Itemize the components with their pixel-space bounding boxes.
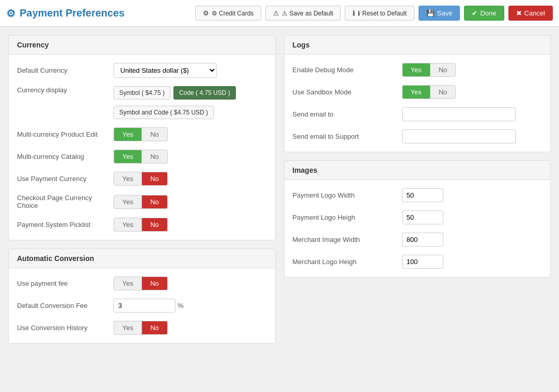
use-sandbox-label: Use Sandbox Mode [293, 88, 396, 96]
currency-display-options: Symbol ( $4.75 ) Code ( 4.75 USD ) Symbo… [114, 86, 267, 119]
logs-panel: Logs Enable Debug Mode Yes No Use Sandbo… [284, 35, 551, 152]
logs-panel-body: Enable Debug Mode Yes No Use Sandbox Mod… [284, 55, 551, 152]
currency-panel: Currency Default Currency United States … [8, 35, 276, 240]
enable-debug-row: Enable Debug Mode Yes No [293, 63, 542, 77]
send-email-support-input[interactable] [402, 129, 516, 143]
payment-logo-width-label: Payment Logo Width [293, 191, 396, 199]
payment-logo-width-input[interactable] [402, 188, 443, 202]
check-icon: ✔ [472, 9, 477, 17]
use-payment-currency-yes[interactable]: Yes [114, 172, 142, 185]
currency-symbol-code-button[interactable]: Symbol and Code ( $4.75 USD ) [114, 106, 214, 119]
merchant-logo-height-label: Merchant Logo Heigh [293, 258, 396, 266]
right-column: Logs Enable Debug Mode Yes No Use Sandbo… [284, 35, 551, 277]
multi-currency-catalog-toggle: Yes No [114, 150, 168, 164]
payment-logo-height-row: Payment Logo Heigh [293, 210, 542, 224]
cancel-button[interactable]: ✖ Cancel [508, 6, 553, 21]
images-panel-body: Payment Logo Width Payment Logo Heigh Me… [284, 180, 551, 277]
use-conversion-history-label: Use Conversion History [17, 324, 107, 332]
info-icon: ℹ [353, 9, 355, 17]
multi-currency-product-label: Multi-currency Product Edit [17, 130, 107, 138]
payment-system-yes[interactable]: Yes [114, 218, 142, 231]
payment-logo-height-label: Payment Logo Heigh [293, 214, 396, 221]
done-button[interactable]: ✔ Done [464, 6, 504, 21]
currency-select[interactable]: United States dollar ($) [114, 63, 217, 78]
multi-currency-product-toggle: Yes No [114, 127, 168, 141]
logs-panel-header: Logs [284, 36, 551, 55]
merchant-image-width-input[interactable] [402, 233, 443, 247]
use-payment-currency-row: Use Payment Currency Yes No [17, 172, 267, 186]
payment-system-label: Payment System Picklist [17, 221, 107, 228]
multi-currency-catalog-label: Multi-currency Catalog [17, 153, 107, 160]
use-payment-fee-label: Use payment fee [17, 280, 107, 287]
enable-debug-no[interactable]: No [430, 63, 456, 76]
default-conversion-fee-row: Default Conversion Fee % [17, 299, 267, 313]
send-email-support-label: Send email to Support [293, 133, 396, 140]
default-currency-label: Default Currency [17, 67, 107, 74]
currency-panel-body: Default Currency United States dollar ($… [9, 55, 275, 240]
multi-currency-catalog-row: Multi-currency Catalog Yes No [17, 150, 267, 164]
use-payment-currency-no[interactable]: No [142, 172, 167, 185]
use-sandbox-no[interactable]: No [430, 86, 456, 99]
payment-system-no[interactable]: No [142, 218, 167, 231]
currency-code-button[interactable]: Code ( 4.75 USD ) [173, 86, 236, 100]
multi-currency-product-yes[interactable]: Yes [114, 128, 142, 141]
multi-currency-product-row: Multi-currency Product Edit Yes No [17, 127, 267, 141]
merchant-logo-height-row: Merchant Logo Heigh [293, 255, 542, 269]
percent-label: % [178, 302, 184, 309]
warning-icon: ⚠ [273, 9, 279, 17]
multi-currency-product-no[interactable]: No [142, 128, 167, 141]
checkout-page-row: Checkout Page Currency Choice Yes No [17, 194, 267, 209]
use-sandbox-toggle: Yes No [402, 85, 456, 99]
merchant-image-width-label: Merchant Image Width [293, 236, 396, 243]
send-email-row: Send email to [293, 107, 542, 121]
conversion-fee-input-wrap: % [114, 299, 184, 313]
auto-conversion-header: Automatic Conversion [9, 249, 275, 268]
merchant-image-width-row: Merchant Image Width [293, 233, 542, 247]
reset-to-default-button[interactable]: ℹ ℹ Reset to Default [345, 6, 414, 21]
default-conversion-fee-label: Default Conversion Fee [17, 302, 107, 309]
page-title: ⚙ Payment Preferences [6, 7, 124, 20]
payment-system-row: Payment System Picklist Yes No [17, 218, 267, 232]
enable-debug-toggle: Yes No [402, 63, 456, 77]
left-column: Currency Default Currency United States … [8, 35, 276, 344]
payment-system-toggle: Yes No [114, 218, 168, 232]
currency-display-row: Currency display Symbol ( $4.75 ) Code (… [17, 86, 267, 119]
use-sandbox-row: Use Sandbox Mode Yes No [293, 85, 542, 99]
credit-cards-button[interactable]: ⚙ ⚙ Credit Cards [195, 6, 262, 21]
save-icon: 💾 [426, 9, 435, 17]
currency-display-label: Currency display [17, 86, 107, 94]
currency-select-wrapper[interactable]: United States dollar ($) [114, 63, 217, 78]
use-conversion-history-yes[interactable]: Yes [114, 321, 142, 334]
save-as-default-button[interactable]: ⚠ ⚠ Save as Default [265, 6, 341, 21]
send-email-input[interactable] [402, 107, 516, 121]
images-panel: Images Payment Logo Width Payment Logo H… [284, 160, 551, 277]
images-panel-header: Images [284, 161, 551, 180]
default-currency-row: Default Currency United States dollar ($… [17, 63, 267, 78]
use-payment-fee-toggle: Yes No [114, 276, 168, 290]
main-content: Currency Default Currency United States … [0, 27, 559, 352]
x-icon: ✖ [516, 9, 522, 17]
checkout-page-yes[interactable]: Yes [114, 195, 142, 208]
header: ⚙ Payment Preferences ⚙ ⚙ Credit Cards ⚠… [0, 0, 559, 27]
send-email-label: Send email to [293, 110, 396, 118]
multi-currency-catalog-yes[interactable]: Yes [114, 150, 142, 163]
currency-symbol-button[interactable]: Symbol ( $4.75 ) [114, 86, 170, 100]
use-payment-fee-no[interactable]: No [142, 277, 167, 290]
conversion-fee-input[interactable] [114, 299, 175, 313]
use-conversion-history-no[interactable]: No [142, 321, 167, 334]
checkout-page-no[interactable]: No [142, 195, 167, 208]
multi-currency-catalog-no[interactable]: No [142, 150, 167, 163]
auto-conversion-body: Use payment fee Yes No Default Conversio… [9, 268, 275, 343]
use-payment-currency-toggle: Yes No [114, 172, 168, 186]
send-email-support-row: Send email to Support [293, 129, 542, 143]
checkout-page-label: Checkout Page Currency Choice [17, 194, 107, 209]
enable-debug-yes[interactable]: Yes [403, 63, 430, 76]
auto-conversion-panel: Automatic Conversion Use payment fee Yes… [8, 249, 276, 344]
use-conversion-history-row: Use Conversion History Yes No [17, 321, 267, 335]
save-button[interactable]: 💾 Save [419, 6, 460, 21]
use-sandbox-yes[interactable]: Yes [403, 86, 430, 99]
use-payment-fee-row: Use payment fee Yes No [17, 276, 267, 290]
merchant-logo-height-input[interactable] [402, 255, 443, 269]
payment-logo-height-input[interactable] [402, 210, 443, 224]
use-payment-fee-yes[interactable]: Yes [114, 277, 142, 290]
